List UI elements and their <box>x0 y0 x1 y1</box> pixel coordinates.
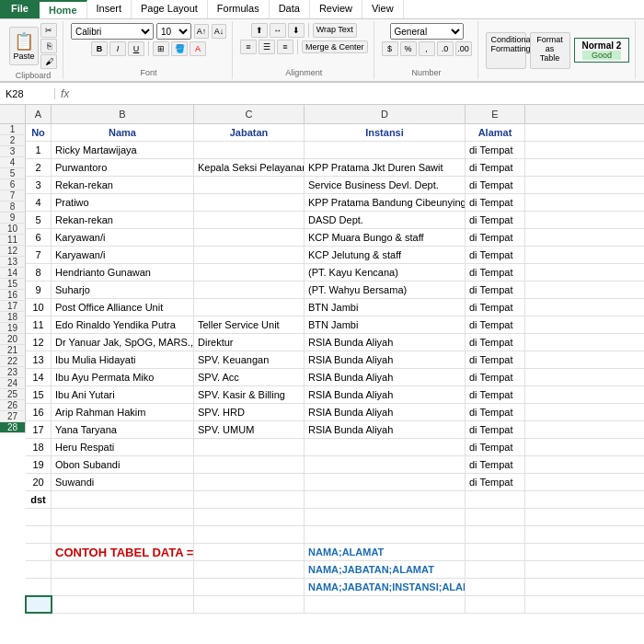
grid-cell[interactable]: Ibu Mulia Hidayati <box>52 351 194 368</box>
row-header-14[interactable]: 14 <box>0 268 26 279</box>
row-header-26[interactable]: 26 <box>0 400 26 411</box>
grid-cell[interactable]: KCP Muara Bungo & staff <box>305 229 466 246</box>
grid-cell[interactable]: 16 <box>26 404 52 420</box>
align-right-button[interactable]: ≡ <box>277 40 293 54</box>
grid-cell[interactable]: Instansi <box>305 124 466 141</box>
grid-cell[interactable]: di Tempat <box>466 247 525 263</box>
row-header-1[interactable]: 1 <box>0 124 26 135</box>
tab-review[interactable]: Review <box>310 0 362 18</box>
grid-cell[interactable] <box>194 264 305 281</box>
grid-cell[interactable]: CONTOH TABEL DATA = <box>52 544 194 560</box>
grid-cell[interactable] <box>194 509 305 525</box>
row-header-18[interactable]: 18 <box>0 312 26 323</box>
grid-cell[interactable]: BTN Jambi <box>305 316 466 333</box>
grid-cell[interactable]: di Tempat <box>466 282 525 298</box>
grid-cell[interactable]: 5 <box>26 212 52 228</box>
grid-cell[interactable] <box>26 561 52 578</box>
grid-cell[interactable]: 3 <box>26 177 52 193</box>
grid-cell[interactable]: No <box>26 124 52 141</box>
grid-cell[interactable]: RSIA Bunda Aliyah <box>305 386 466 403</box>
grid-cell[interactable] <box>194 229 305 246</box>
tab-view[interactable]: View <box>362 0 404 18</box>
row-header-10[interactable]: 10 <box>0 224 26 235</box>
bold-button[interactable]: B <box>91 41 108 56</box>
grid-cell[interactable]: Ibu Ani Yutari <box>52 386 194 403</box>
grid-cell[interactable]: 9 <box>26 282 52 298</box>
grid-cell[interactable] <box>194 596 305 613</box>
grid-cell[interactable] <box>194 561 305 578</box>
grid-cell[interactable]: di Tempat <box>466 142 525 158</box>
grid-cell[interactable] <box>305 509 466 525</box>
tab-file[interactable]: File <box>0 0 40 18</box>
grid-cell[interactable]: 20 <box>26 474 52 490</box>
grid-cell[interactable] <box>52 596 194 613</box>
grid-cell[interactable]: SPV. Kasir & Billing <box>194 386 305 403</box>
grid-cell[interactable]: RSIA Bunda Aliyah <box>305 369 466 385</box>
grid-cell[interactable]: di Tempat <box>466 369 525 385</box>
row-header-4[interactable]: 4 <box>0 157 26 168</box>
fill-color-button[interactable]: 🪣 <box>171 41 188 56</box>
borders-button[interactable]: ⊞ <box>153 41 169 56</box>
grid-cell[interactable]: di Tempat <box>466 177 525 193</box>
paste-button[interactable]: 📋 Paste <box>9 27 39 65</box>
row-header-16[interactable]: 16 <box>0 290 26 301</box>
row-header-27[interactable]: 27 <box>0 411 26 422</box>
merge-center-button[interactable]: Merge & Center <box>302 40 368 53</box>
grid-cell[interactable]: Yana Taryana <box>52 421 194 438</box>
grid-cell[interactable]: 18 <box>26 439 52 455</box>
grid-cell[interactable] <box>194 439 305 455</box>
grid-cell[interactable]: Service Business Devl. Dept. <box>305 177 466 193</box>
grid-cell[interactable]: (PT. Kayu Kencana) <box>305 264 466 281</box>
row-header-5[interactable]: 5 <box>0 168 26 179</box>
format-as-table-button[interactable]: Format as Table <box>530 32 570 69</box>
row-header-22[interactable]: 22 <box>0 356 26 367</box>
grid-cell[interactable]: KPP Pratama Bandung Cibeunying <box>305 194 466 211</box>
grid-cell[interactable]: di Tempat <box>466 439 525 455</box>
tab-formulas[interactable]: Formulas <box>208 0 270 18</box>
normal2-style-box[interactable]: Normal 2 Good <box>574 38 630 63</box>
grid-cell[interactable]: di Tempat <box>466 194 525 211</box>
grid-cell[interactable]: Kepala Seksi Pelayanan <box>194 159 305 176</box>
grid-cell[interactable] <box>52 579 194 595</box>
grid-cell[interactable] <box>52 561 194 578</box>
grid-cell[interactable]: KPP Pratama Jkt Duren Sawit <box>305 159 466 176</box>
grid-cell[interactable]: di Tempat <box>466 421 525 438</box>
grid-cell[interactable]: 13 <box>26 351 52 368</box>
grid-cell[interactable]: 4 <box>26 194 52 211</box>
row-header-8[interactable]: 8 <box>0 201 26 213</box>
grid-cell[interactable]: RSIA Bunda Aliyah <box>305 421 466 438</box>
grid-cell[interactable]: DASD Dept. <box>305 212 466 228</box>
grid-cell[interactable] <box>305 526 466 543</box>
grid-cell[interactable]: di Tempat <box>466 316 525 333</box>
grid-cell[interactable] <box>52 509 194 525</box>
row-header-3[interactable]: 3 <box>0 146 26 157</box>
grid-cell[interactable]: di Tempat <box>466 404 525 420</box>
col-header-b[interactable]: B <box>52 105 194 123</box>
grid-cell[interactable]: Obon Subandi <box>52 456 194 473</box>
tab-home[interactable]: Home <box>40 0 87 18</box>
grid-cell[interactable] <box>305 491 466 508</box>
grid-cell[interactable]: di Tempat <box>466 229 525 246</box>
row-header-17[interactable]: 17 <box>0 301 26 312</box>
grid-cell[interactable]: di Tempat <box>466 299 525 316</box>
grid-cell[interactable]: NAMA;JABATAN;INSTANSI;ALAMAT <box>305 579 466 595</box>
row-header-12[interactable]: 12 <box>0 246 26 257</box>
tab-page-layout[interactable]: Page Layout <box>132 0 208 18</box>
conditional-formatting-button[interactable]: Conditional Formatting <box>486 32 526 69</box>
grid-cell[interactable]: Pratiwo <box>52 194 194 211</box>
grid-cell[interactable]: Heru Respati <box>52 439 194 455</box>
grid-cell[interactable] <box>52 526 194 543</box>
grid-cell[interactable]: Nama <box>52 124 194 141</box>
grid-cell[interactable]: Suwandi <box>52 474 194 490</box>
grid-cell[interactable]: di Tempat <box>466 386 525 403</box>
grid-cell[interactable]: 14 <box>26 369 52 385</box>
grid-cell[interactable] <box>194 544 305 560</box>
percent-button[interactable]: % <box>400 41 417 56</box>
grid-cell[interactable] <box>194 491 305 508</box>
font-decrease-button[interactable]: A↓ <box>212 24 226 39</box>
grid-cell[interactable] <box>466 509 525 525</box>
underline-button[interactable]: U <box>128 41 144 56</box>
font-increase-button[interactable]: A↑ <box>194 24 209 39</box>
grid-cell[interactable]: RSIA Bunda Aliyah <box>305 334 466 351</box>
copy-button[interactable]: ⎘ <box>40 39 57 53</box>
